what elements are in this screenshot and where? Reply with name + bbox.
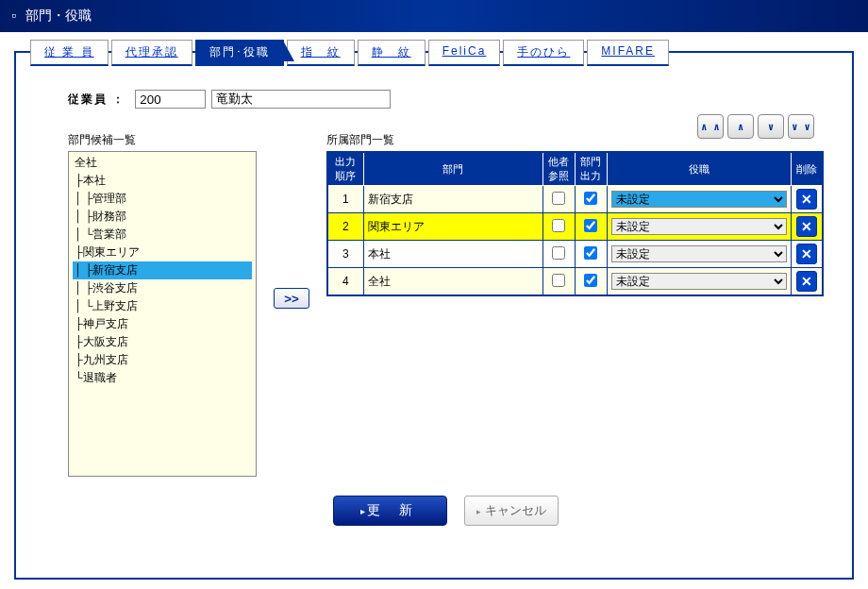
cell-role: 未設定 [607,268,791,296]
main-panel: 従 業 員代理承認部門･役職指 紋静 紋FeliCa手のひらMIFARE 従業員… [14,51,854,580]
cell-order: 4 [327,268,363,296]
delete-button[interactable]: ✕ [796,216,817,237]
output-checkbox[interactable] [584,246,597,260]
move-up-button[interactable]: ∧ [727,114,754,139]
role-select[interactable]: 未設定 [611,218,787,235]
role-select[interactable]: 未設定 [611,273,787,290]
cancel-button[interactable]: キャンセル [464,496,559,526]
department-tree[interactable]: 全社├本社│ ├管理部│ ├財務部│ └営業部├関東エリア│ ├新宿支店│ ├渋… [68,151,257,477]
delete-button[interactable]: ✕ [796,189,817,210]
cell-dept: 新宿支店 [363,186,542,213]
cell-out [575,213,607,241]
cell-order: 3 [327,241,363,268]
tab-2[interactable]: 部門･役職 [195,40,284,66]
tree-item-0[interactable]: 全社 [73,154,252,172]
assigned-table: 出力 順序 部門 他者 参照 部門 出力 役職 削除 1新宿支店未設定✕2関東エ… [326,151,824,296]
cell-delete: ✕ [791,186,823,213]
employee-id-input[interactable] [135,90,206,109]
cell-dept: 全社 [363,268,542,296]
tree-item-8[interactable]: │ └上野支店 [73,297,252,315]
cell-other [542,268,575,296]
tab-0[interactable]: 従 業 員 [30,40,108,66]
table-row: 3本社未設定✕ [327,241,823,268]
candidate-panel: 部門候補一覧 全社├本社│ ├管理部│ ├財務部│ └営業部├関東エリア│ ├新… [68,132,257,477]
cell-delete: ✕ [791,268,823,296]
cell-other [542,241,575,268]
tab-5[interactable]: FeliCa [428,40,501,66]
tab-7[interactable]: MIFARE [587,40,669,66]
col-out: 部門 出力 [575,152,607,186]
tree-item-3[interactable]: │ ├財務部 [73,208,252,226]
header-bullet-icon: ▫ [11,8,16,23]
col-other: 他者 参照 [542,152,575,186]
tree-item-2[interactable]: │ ├管理部 [73,190,252,208]
cell-order: 1 [327,186,363,213]
col-dept: 部門 [363,152,542,186]
tree-item-6[interactable]: │ ├新宿支店 [73,261,252,279]
move-down-button[interactable]: ∨ [758,114,784,139]
cell-role: 未設定 [607,241,791,268]
assigned-panel: 所属部門一覧 出力 順序 部門 他者 参照 部門 出力 役職 削除 1新宿支店未… [326,132,824,477]
tree-item-11[interactable]: ├九州支店 [73,351,252,369]
cell-role: 未設定 [607,186,791,213]
cell-delete: ✕ [791,213,823,241]
cell-dept: 関東エリア [363,213,542,241]
cell-out [575,268,607,296]
page-title: 部門・役職 [25,8,92,23]
cell-out [575,241,607,268]
page-header: ▫ 部門・役職 [0,0,868,32]
update-button[interactable]: 更 新 [333,496,448,526]
tree-item-1[interactable]: ├本社 [73,172,252,190]
tree-item-9[interactable]: ├神戸支店 [73,315,252,333]
employee-label: 従業員 ： [68,92,125,108]
output-checkbox[interactable] [584,219,597,232]
footer-buttons: 更 新 キャンセル [68,496,824,526]
tab-bar: 従 業 員代理承認部門･役職指 紋静 紋FeliCa手のひらMIFARE [30,40,852,66]
output-checkbox[interactable] [584,192,597,205]
cell-role: 未設定 [607,213,791,241]
tab-6[interactable]: 手のひら [503,40,584,66]
role-select[interactable]: 未設定 [611,245,787,262]
col-order: 出力 順序 [327,152,363,186]
cell-order: 2 [327,213,363,241]
move-bottom-button[interactable]: ∨ ∨ [788,114,814,139]
candidate-title: 部門候補一覧 [68,132,257,148]
col-del: 削除 [791,152,823,186]
delete-button[interactable]: ✕ [796,271,817,292]
employee-row: 従業員 ： [68,90,824,109]
tree-item-10[interactable]: ├大阪支店 [73,333,252,351]
cell-out [575,186,607,213]
other-checkbox[interactable] [552,274,565,287]
tab-4[interactable]: 静 紋 [358,40,426,66]
body-layout: 部門候補一覧 全社├本社│ ├管理部│ ├財務部│ └営業部├関東エリア│ ├新… [68,132,824,477]
tree-item-4[interactable]: │ └営業部 [73,226,252,244]
tab-3[interactable]: 指 紋 [287,40,355,66]
add-button-column: >> [274,132,309,477]
cell-dept: 本社 [363,241,542,268]
table-row: 2関東エリア未設定✕ [327,213,823,241]
output-checkbox[interactable] [584,274,597,287]
order-button-group: ∧ ∧ ∧ ∨ ∨ ∨ [697,114,814,139]
tab-1[interactable]: 代理承認 [111,40,192,66]
tree-item-12[interactable]: └退職者 [73,369,252,387]
col-role: 役職 [607,152,791,186]
move-top-button[interactable]: ∧ ∧ [697,114,724,139]
table-row: 1新宿支店未設定✕ [327,186,823,213]
delete-button[interactable]: ✕ [796,244,817,264]
table-row: 4全社未設定✕ [327,268,823,296]
add-button[interactable]: >> [274,288,309,309]
other-checkbox[interactable] [552,246,565,260]
employee-name-input[interactable] [211,90,391,109]
other-checkbox[interactable] [552,219,565,232]
other-checkbox[interactable] [552,192,565,205]
role-select[interactable]: 未設定 [611,191,787,208]
cell-delete: ✕ [791,241,823,268]
cell-other [542,213,575,241]
cell-other [542,186,575,213]
tree-item-5[interactable]: ├関東エリア [73,244,252,261]
content-area: 従業員 ： ∧ ∧ ∧ ∨ ∨ ∨ 部門候補一覧 全社├本社│ ├管理部│ ├財… [16,66,852,535]
tree-item-7[interactable]: │ ├渋谷支店 [73,279,252,297]
